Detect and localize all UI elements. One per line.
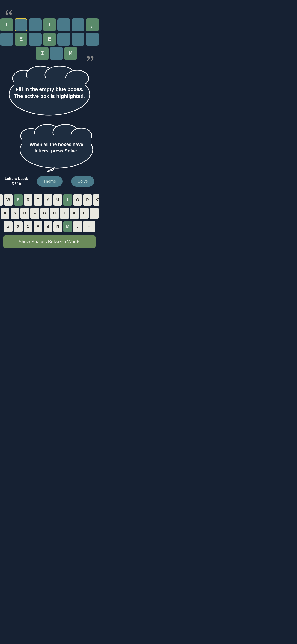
tile-empty-10[interactable]: [50, 47, 63, 60]
key-X[interactable]: X: [14, 221, 22, 232]
key-B[interactable]: B: [44, 221, 52, 232]
tile-empty-active[interactable]: [14, 18, 28, 31]
keyboard: Q W E R T Y U I O P ⌫ A S D F G H J K L …: [0, 192, 99, 251]
key-R[interactable]: R: [24, 194, 32, 206]
grid-row-3: I M: [36, 47, 77, 60]
letter-grid: I I , E E E I M: [4, 18, 94, 60]
bubbles-area: Fill in the empty blue boxes. The active…: [0, 64, 99, 174]
tile-empty-2[interactable]: [57, 18, 70, 31]
key-F[interactable]: F: [30, 208, 39, 219]
solve-button[interactable]: Solve: [71, 176, 94, 186]
tile-empty-1[interactable]: [29, 18, 42, 31]
grid-row-1: I I ,: [0, 18, 99, 31]
show-spaces-button[interactable]: Show Spaces Between Words: [4, 236, 96, 248]
key-O[interactable]: O: [73, 194, 82, 206]
key-backspace[interactable]: ⌫: [93, 194, 99, 206]
key-V[interactable]: V: [34, 221, 42, 232]
key-G[interactable]: G: [40, 208, 49, 219]
letters-used-row: Letters Used: 5 / 10 Theme Solve: [4, 176, 94, 186]
key-I[interactable]: I: [63, 194, 72, 206]
tile-I-2[interactable]: I: [43, 18, 56, 31]
key-A[interactable]: A: [1, 208, 10, 219]
quote-area: “ I I , E E E I M: [0, 7, 99, 62]
tile-E-1[interactable]: E: [14, 33, 28, 46]
key-enter[interactable]: ←: [83, 221, 95, 232]
key-comma[interactable]: ,: [73, 221, 82, 232]
tile-comma[interactable]: ,: [86, 18, 99, 31]
open-quote-icon: “: [4, 7, 13, 25]
tile-empty-5[interactable]: [0, 33, 13, 46]
letters-used-label: Letters Used: 5 / 10: [4, 176, 28, 186]
bottom-area: Letters Used: 5 / 10 Theme Solve: [0, 176, 99, 190]
speech-bubble-1: Fill in the empty blue boxes. The active…: [6, 64, 93, 118]
bubble2-text: When all the boxes have letters, press S…: [24, 141, 89, 154]
tile-empty-9[interactable]: [86, 33, 99, 46]
key-Z[interactable]: Z: [4, 221, 13, 232]
keyboard-row-2: A S D F G H J K L ': [1, 208, 98, 219]
keyboard-row-1: Q W E R T Y U I O P ⌫: [0, 194, 99, 206]
tile-empty-6[interactable]: [29, 33, 42, 46]
key-P[interactable]: P: [83, 194, 92, 206]
key-W[interactable]: W: [4, 194, 13, 206]
key-U[interactable]: U: [54, 194, 62, 206]
key-J[interactable]: J: [60, 208, 69, 219]
key-M[interactable]: M: [63, 221, 72, 232]
tile-M[interactable]: M: [64, 47, 77, 60]
key-H[interactable]: H: [50, 208, 59, 219]
tile-empty-8[interactable]: [72, 33, 84, 46]
key-T[interactable]: T: [34, 194, 42, 206]
key-C[interactable]: C: [24, 221, 32, 232]
speech-bubble-2: When all the boxes have letters, press S…: [17, 122, 96, 174]
key-L[interactable]: L: [80, 208, 89, 219]
tile-E-2[interactable]: E: [43, 33, 56, 46]
tile-empty-3[interactable]: [72, 18, 84, 31]
key-S[interactable]: S: [10, 208, 19, 219]
theme-button[interactable]: Theme: [37, 176, 62, 186]
key-E[interactable]: E: [14, 194, 22, 206]
key-D[interactable]: D: [20, 208, 29, 219]
key-Q[interactable]: Q: [0, 194, 3, 206]
key-apostrophe[interactable]: ': [90, 208, 98, 219]
bubble1-text: Fill in the empty blue boxes. The active…: [13, 86, 86, 100]
key-N[interactable]: N: [54, 221, 62, 232]
tile-empty-7[interactable]: [57, 33, 70, 46]
key-K[interactable]: K: [70, 208, 79, 219]
tile-I-3[interactable]: I: [36, 47, 48, 60]
keyboard-row-3: Z X C V B N M , ←: [4, 221, 95, 232]
grid-row-2: E E E: [0, 33, 99, 46]
key-Y[interactable]: Y: [44, 194, 52, 206]
